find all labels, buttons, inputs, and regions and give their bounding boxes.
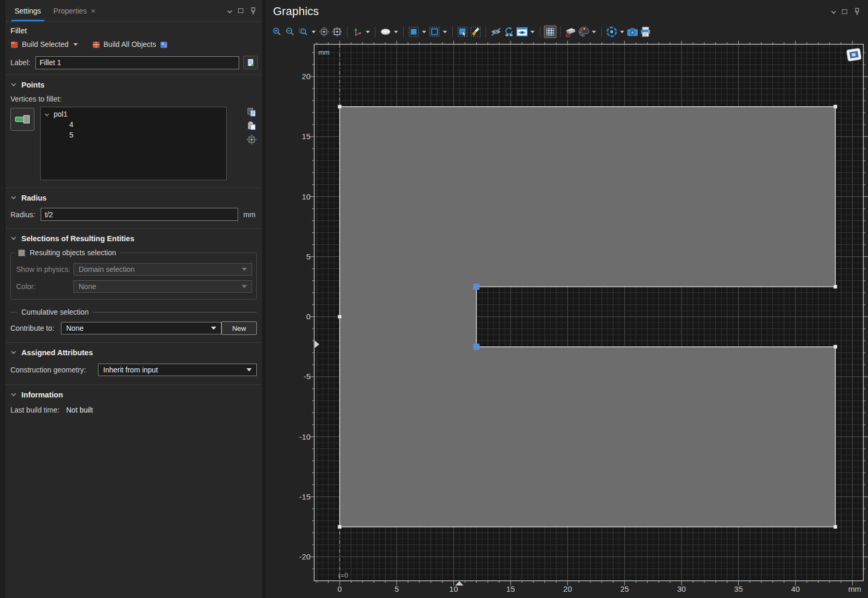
grid-toggle-button[interactable] (544, 26, 556, 38)
vertex-handle[interactable] (338, 105, 342, 108)
maximize-icon[interactable] (842, 9, 847, 14)
scene-light-dropdown-icon[interactable] (620, 31, 624, 33)
settings-window-buttons (228, 0, 262, 21)
view-unhidden-button[interactable] (516, 26, 528, 38)
new-button[interactable]: New (221, 321, 257, 335)
hide-objects-button[interactable] (490, 26, 502, 38)
section-points-header[interactable]: Points (5, 75, 262, 93)
tab-close-icon[interactable]: × (91, 6, 95, 15)
selected-vertex-handle[interactable] (473, 283, 479, 290)
vertices-to-fillet-label: Vertices to fillet: (5, 93, 262, 107)
activate-selection-toggle[interactable] (10, 108, 34, 131)
vertex-handle[interactable] (834, 525, 837, 529)
zoom-extents-button[interactable] (318, 26, 330, 38)
vertex-handle[interactable] (338, 525, 342, 529)
tree-node-vertex-5[interactable]: 5 (45, 129, 226, 139)
geometry-plot[interactable]: 20151050-5-10-15-200510152025303540mmmmr… (266, 41, 868, 598)
section-selections-header[interactable]: Selections of Resulting Entities (5, 229, 262, 246)
vertices-list[interactable]: pol1 4 5 (40, 107, 227, 180)
vertex-handle[interactable] (834, 345, 837, 348)
tab-settings[interactable]: Settings (8, 0, 47, 21)
section-attributes-header[interactable]: Assigned Attributes (5, 343, 262, 360)
view-orientation-dropdown-icon[interactable] (366, 31, 370, 33)
zoom-box-button[interactable] (297, 26, 309, 38)
print-button[interactable] (639, 26, 652, 38)
resulting-objects-checkbox[interactable] (18, 250, 25, 256)
image-snapshot-button[interactable] (626, 26, 639, 38)
zoom-box-dropdown-icon[interactable] (312, 31, 316, 33)
x-tick-label: 25 (620, 584, 629, 593)
palette-icon (578, 26, 589, 38)
eraser-icon (564, 26, 577, 38)
radius-row: Radius: mm (5, 206, 262, 228)
tree-node-pol1[interactable]: pol1 (45, 110, 226, 118)
section-information-title: Information (21, 391, 63, 399)
graphics-title: Graphics (273, 5, 319, 18)
reset-hiding-button[interactable] (503, 26, 515, 38)
graphics-canvas[interactable]: 20151050-5-10-15-200510152025303540mmmmr… (266, 41, 868, 598)
section-radius-header[interactable]: Radius (5, 188, 262, 206)
y-tick-label: -15 (299, 492, 311, 501)
rename-button[interactable] (243, 56, 258, 69)
tree-node-vertex-4[interactable]: 4 (45, 118, 226, 129)
outline-square-icon (429, 26, 440, 38)
paste-selection-button[interactable] (245, 120, 258, 132)
y-tick-label: 15 (302, 132, 311, 141)
select-boundaries-dropdown-icon[interactable] (443, 31, 447, 33)
color-theme-button[interactable] (577, 26, 590, 38)
select-box-button[interactable] (456, 26, 469, 38)
select-domains-button[interactable] (407, 26, 420, 38)
default-view-button[interactable] (379, 26, 392, 38)
paste-icon (246, 121, 257, 131)
logo-highlight (852, 53, 856, 57)
pin-icon[interactable] (853, 8, 860, 15)
contribute-to-select[interactable]: None (61, 322, 221, 334)
construction-geometry-select[interactable]: Inherit from input (98, 364, 257, 376)
build-selected-dropdown-icon[interactable] (73, 43, 78, 46)
chevron-down-icon[interactable] (831, 9, 836, 14)
material-rendering-button[interactable] (564, 26, 577, 38)
vertex-handle[interactable] (834, 105, 837, 108)
contribute-to-value: None (66, 324, 83, 332)
selection-list-buttons (245, 107, 259, 145)
build-selected-button[interactable]: Build Selected (22, 40, 69, 48)
color-select: None (73, 280, 252, 293)
tab-properties[interactable]: Properties × (47, 0, 102, 21)
vertex-handle[interactable] (338, 315, 342, 319)
filled-square-icon (408, 26, 419, 38)
scene-light-button[interactable] (605, 26, 618, 38)
chevron-down-icon[interactable] (227, 8, 232, 13)
vertex-handle[interactable] (834, 285, 837, 289)
tree-expand-chevron-icon[interactable] (45, 112, 49, 116)
pin-icon[interactable] (250, 7, 256, 15)
zoom-to-selection-button[interactable] (245, 134, 258, 145)
color-row: Color: None (15, 280, 252, 293)
select-boundaries-button[interactable] (428, 26, 441, 38)
color-theme-dropdown-icon[interactable] (592, 31, 596, 33)
view-orientation-button[interactable] (351, 26, 364, 38)
show-in-physics-row: Show in physics: Domain selection (15, 263, 252, 276)
label-row: Label: (5, 54, 262, 74)
build-all-objects-button[interactable]: Build All Objects (104, 40, 156, 48)
zoom-out-button[interactable] (284, 26, 296, 38)
y-tick-label: 20 (302, 72, 311, 81)
view-unhidden-dropdown-icon[interactable] (530, 31, 535, 33)
camera-icon (626, 27, 639, 37)
deselect-button[interactable] (469, 26, 482, 38)
radius-input[interactable] (41, 208, 238, 221)
chevron-down-icon (211, 327, 216, 330)
select-domains-dropdown-icon[interactable] (422, 31, 426, 33)
zoom-to-selection-button[interactable] (331, 26, 343, 38)
build-all-secondary-icon[interactable] (160, 41, 168, 48)
default-view-dropdown-icon[interactable] (394, 31, 398, 33)
panel-splitter[interactable] (262, 0, 266, 598)
selected-vertex-handle[interactable] (473, 344, 479, 350)
section-information-header[interactable]: Information (5, 385, 262, 403)
toggle-switch-icon (15, 115, 30, 123)
copy-selection-button[interactable] (245, 107, 258, 118)
zoom-in-button[interactable] (271, 26, 283, 38)
resulting-objects-groupbox: Resulting objects selection Show in phys… (10, 253, 257, 300)
maximize-icon[interactable] (238, 8, 243, 13)
go-to-default-view-button[interactable] (846, 48, 861, 61)
label-input[interactable] (35, 56, 239, 69)
